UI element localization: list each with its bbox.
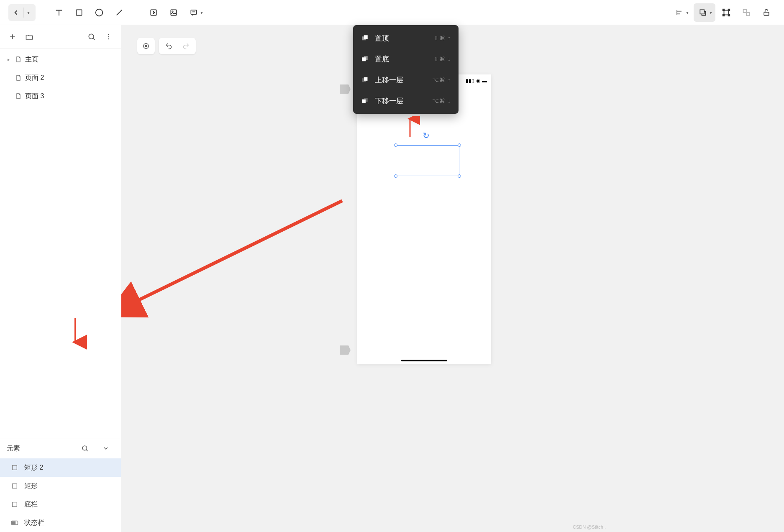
svg-rect-13 [728,9,730,10]
bar-icon [11,519,18,527]
page-label: 主页 [25,55,38,64]
note-tag-2[interactable] [340,345,351,355]
svg-rect-18 [764,12,769,15]
page-label: 页面 3 [25,92,44,101]
svg-rect-28 [13,466,17,470]
svg-rect-10 [700,10,704,14]
svg-line-2 [117,10,122,15]
ungroup-tool[interactable] [737,3,756,22]
menu-move-down[interactable]: 下移一层 ⌥⌘ ↓ [353,90,459,111]
menu-label: 下移一层 [375,96,426,106]
handle-sw[interactable] [394,174,397,178]
page-icon [15,74,22,81]
comment-tool[interactable]: ▾ [184,3,206,22]
layer-item-bottombar[interactable]: 底栏 [0,495,121,514]
status-bar: ▮▮▯ ◉ ▬ [466,78,487,84]
back-button-group: ▾ [8,4,36,21]
rotate-handle[interactable]: ↻ [423,130,430,141]
undo-button[interactable] [159,38,177,54]
rectangle-tool[interactable] [70,3,88,22]
svg-line-22 [93,38,95,40]
menu-shortcut: ⌥⌘ ↓ [432,97,451,104]
layer-item-statusbar[interactable]: 状态栏 [0,514,121,532]
collapse-layers-button[interactable] [97,440,114,457]
ellipse-tool[interactable] [90,3,108,22]
layer-label: 状态栏 [24,519,44,527]
home-indicator [401,360,447,361]
handle-se[interactable] [458,174,461,178]
svg-rect-42 [362,99,366,103]
page-item-3[interactable]: 页面 3 [0,87,121,105]
pages-list: ▸ 主页 页面 2 页面 3 [0,49,121,105]
handle-ne[interactable] [458,143,461,147]
image-tool[interactable] [164,3,183,22]
rectangle-icon [11,482,18,490]
svg-rect-0 [76,10,82,15]
menu-send-to-back[interactable]: 置底 ⇧⌘ ↓ [353,49,459,69]
text-tool[interactable] [50,3,68,22]
menu-move-up[interactable]: 上移一层 ⌥⌘ ↑ [353,69,459,90]
undo-redo-group [159,38,196,54]
svg-rect-14 [723,14,725,16]
rectangle-icon [11,464,18,471]
svg-line-43 [134,201,342,302]
svg-rect-16 [743,9,746,12]
page-label: 页面 2 [25,74,44,82]
page-item-2[interactable]: 页面 2 [0,69,121,87]
redo-button[interactable] [177,38,196,54]
svg-rect-38 [362,57,366,61]
artboard-phone[interactable]: ▮▮▯ ◉ ▬ [357,74,491,364]
svg-rect-32 [12,522,15,524]
svg-point-5 [172,11,173,12]
layers-section: 元素 矩形 2 矩形 底栏 状态栏 [0,438,121,532]
svg-point-24 [108,36,109,37]
page-item-home[interactable]: ▸ 主页 [0,50,121,69]
arrange-dropdown: 置顶 ⇧⌘ ↑ 置底 ⇧⌘ ↓ 上移一层 ⌥⌘ ↑ 下移一层 ⌥⌘ ↓ [353,25,459,114]
line-tool[interactable] [110,3,128,22]
layer-item-rect2[interactable]: 矩形 2 [0,458,121,477]
move-down-icon [361,97,369,105]
target-button[interactable] [137,38,155,54]
more-button[interactable] [100,28,117,45]
caret-icon[interactable]: ▸ [6,57,12,62]
canvas[interactable]: ▮▮▯ ◉ ▬ ↻ 置顶 ⇧⌘ ↑ 置底 ⇧⌘ ↓ 上移一层 ⌥⌘ ↑ [121,25,784,532]
svg-rect-17 [746,13,749,15]
back-button[interactable] [8,4,23,21]
align-dropdown[interactable]: ▾ [670,3,692,22]
send-back-icon [361,55,369,63]
toolbar-right: ▾ ▾ [670,3,776,22]
arrange-dropdown-button[interactable]: ▾ [694,3,715,22]
svg-rect-29 [13,484,17,489]
back-dropdown[interactable]: ▾ [24,4,36,21]
layers-title: 元素 [7,444,20,453]
svg-rect-36 [364,35,368,39]
search-pages-button[interactable] [83,28,100,45]
selected-rectangle[interactable] [396,145,459,176]
layers-header: 元素 [0,438,121,458]
menu-bring-to-front[interactable]: 置顶 ⇧⌘ ↑ [353,28,459,49]
svg-point-1 [96,9,103,16]
svg-rect-15 [728,14,730,16]
svg-point-23 [108,34,109,35]
left-sidebar: ▸ 主页 页面 2 页面 3 元素 矩形 2 矩形 [0,25,121,532]
svg-line-27 [86,450,88,451]
add-page-button[interactable] [4,28,21,45]
svg-point-26 [82,446,87,450]
layer-item-rect[interactable]: 矩形 [0,477,121,495]
search-layers-button[interactable] [77,440,93,457]
bring-front-icon [361,34,369,42]
top-toolbar: ▾ ▾ ▾ ▾ [0,0,784,25]
menu-shortcut: ⌥⌘ ↑ [432,77,451,83]
lock-tool[interactable] [757,3,776,22]
folder-button[interactable] [21,28,38,45]
svg-point-34 [145,45,147,47]
group-tool[interactable] [717,3,735,22]
menu-label: 置顶 [375,33,428,43]
note-tag-1[interactable] [340,84,351,94]
page-icon [15,93,22,100]
component-tool[interactable] [144,3,163,22]
svg-rect-6 [191,10,196,14]
menu-label: 上移一层 [375,75,426,85]
rectangle-icon [11,501,18,508]
handle-nw[interactable] [394,143,397,147]
